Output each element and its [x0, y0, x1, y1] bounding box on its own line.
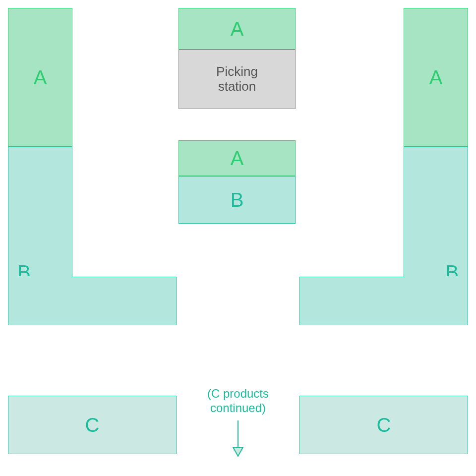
- zone-b-left-foot: [8, 277, 177, 325]
- zone-label: A: [231, 147, 244, 170]
- zone-c-right: C: [299, 396, 468, 454]
- zone-a-right: A: [404, 8, 468, 147]
- zone-label: C: [377, 414, 391, 436]
- c-continued-caption: (C products continued): [188, 387, 288, 416]
- zone-c-left: C: [8, 396, 177, 454]
- picking-station: Picking station: [178, 50, 296, 109]
- zone-label: C: [85, 414, 100, 436]
- zone-a-top: A: [178, 8, 296, 50]
- zone-label: A: [34, 66, 47, 89]
- zone-b-right-foot: [299, 277, 468, 325]
- zone-label: A: [429, 66, 443, 89]
- svg-marker-1: [233, 447, 243, 456]
- seam: [404, 276, 468, 278]
- seam: [8, 276, 72, 278]
- zone-a-centre: A: [178, 140, 296, 176]
- zone-label: A: [231, 18, 244, 40]
- warehouse-abc-layout: A Picking station A A A B B B C C (C pro…: [0, 0, 476, 476]
- down-arrow-icon: [231, 419, 245, 457]
- zone-label: B: [231, 189, 244, 211]
- zone-b-centre: B: [178, 176, 296, 224]
- zone-a-left: A: [8, 8, 72, 147]
